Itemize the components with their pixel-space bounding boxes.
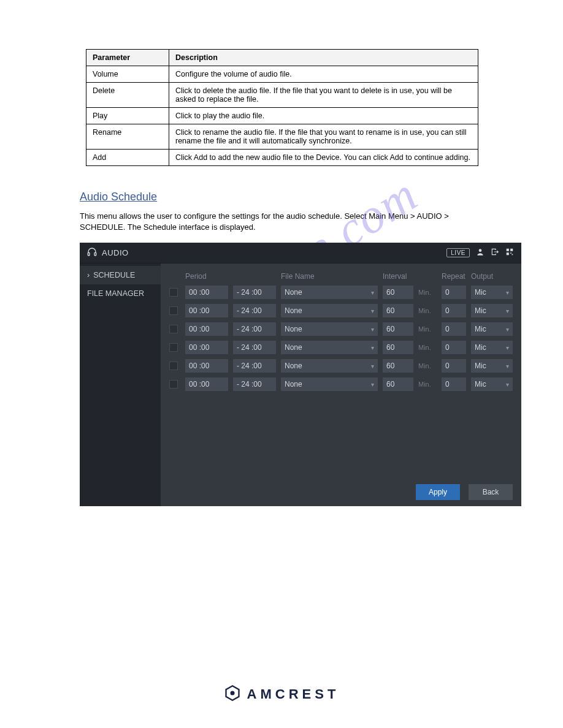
- repeat-input[interactable]: 0: [442, 359, 466, 373]
- svg-rect-3: [507, 249, 509, 251]
- svg-rect-5: [507, 253, 509, 256]
- output-select[interactable]: Mic: [471, 359, 513, 373]
- logout-icon[interactable]: [491, 248, 499, 258]
- period-end-input[interactable]: - 24 :00: [233, 304, 276, 317]
- main-panel: Period File Name Interval Repeat Output …: [161, 264, 521, 506]
- sidebar-item-schedule[interactable]: SCHEDULE: [80, 266, 161, 284]
- row-checkbox[interactable]: [169, 343, 178, 352]
- interval-input[interactable]: 60: [383, 322, 413, 336]
- audio-schedule-ui: AUDIO LIVE SCHEDULE: [80, 243, 521, 506]
- svg-rect-6: [510, 253, 511, 254]
- user-icon[interactable]: [476, 248, 484, 258]
- repeat-input[interactable]: 0: [442, 377, 466, 391]
- svg-rect-7: [512, 254, 513, 256]
- qr-icon[interactable]: [505, 248, 514, 258]
- period-start-input[interactable]: 00 :00: [185, 286, 228, 299]
- filename-select[interactable]: None: [281, 322, 378, 336]
- col-interval: Interval: [383, 272, 413, 281]
- min-label: Min.: [418, 344, 437, 351]
- interval-input[interactable]: 60: [383, 304, 413, 317]
- brand-name: AMCREST: [247, 686, 340, 702]
- interval-input[interactable]: 60: [383, 341, 413, 354]
- row-checkbox[interactable]: [169, 380, 178, 389]
- repeat-input[interactable]: 0: [442, 286, 466, 299]
- repeat-input[interactable]: 0: [442, 304, 466, 317]
- interval-input[interactable]: 60: [383, 359, 413, 373]
- interval-input[interactable]: 60: [383, 377, 413, 391]
- row-checkbox[interactable]: [169, 362, 178, 370]
- output-select[interactable]: Mic: [471, 322, 513, 336]
- filename-select[interactable]: None: [281, 359, 378, 373]
- col-file: File Name: [281, 272, 378, 281]
- output-select[interactable]: Mic: [471, 341, 513, 354]
- svg-rect-1: [94, 253, 96, 256]
- min-label: Min.: [418, 362, 437, 370]
- table-row: RenameClick to rename the audio file. If…: [86, 124, 478, 150]
- live-badge[interactable]: LIVE: [446, 248, 470, 257]
- svg-point-9: [231, 692, 234, 695]
- hexagon-icon: [224, 684, 241, 703]
- apply-button[interactable]: Apply: [416, 484, 460, 500]
- filename-select[interactable]: None: [281, 341, 378, 354]
- filename-select[interactable]: None: [281, 377, 378, 391]
- parameter-table: Parameter Description VolumeConfigure th…: [86, 49, 478, 166]
- min-label: Min.: [418, 381, 437, 388]
- table-row: VolumeConfigure the volume of audio file…: [86, 66, 478, 83]
- section-heading-audio-schedule: Audio Schedule: [80, 191, 526, 203]
- interval-input[interactable]: 60: [383, 286, 413, 299]
- period-start-input[interactable]: 00 :00: [185, 322, 228, 336]
- period-start-input[interactable]: 00 :00: [185, 341, 228, 354]
- period-end-input[interactable]: - 24 :00: [233, 377, 276, 391]
- min-label: Min.: [418, 325, 437, 333]
- period-start-input[interactable]: 00 :00: [185, 304, 228, 317]
- svg-rect-0: [88, 253, 90, 256]
- min-label: Min.: [418, 307, 437, 314]
- output-select[interactable]: Mic: [471, 286, 513, 299]
- page-title: AUDIO: [102, 248, 129, 257]
- sidebar-item-file-manager[interactable]: FILE MANAGER: [80, 284, 161, 303]
- table-row: DeleteClick to delete the audio file. If…: [86, 83, 478, 108]
- headphones-icon: [87, 247, 97, 259]
- col-period: Period: [185, 272, 276, 281]
- sidebar-item-label: FILE MANAGER: [87, 289, 144, 298]
- col-repeat: Repeat: [442, 272, 466, 281]
- period-start-input[interactable]: 00 :00: [185, 377, 228, 391]
- filename-select[interactable]: None: [281, 286, 378, 299]
- topbar: AUDIO LIVE: [80, 243, 521, 264]
- back-button[interactable]: Back: [469, 484, 513, 500]
- period-end-input[interactable]: - 24 :00: [233, 359, 276, 373]
- brand-footer: AMCREST: [0, 684, 563, 703]
- th-description: Description: [169, 50, 478, 66]
- filename-select[interactable]: None: [281, 304, 378, 317]
- table-row: PlayClick to play the audio file.: [86, 108, 478, 124]
- output-select[interactable]: Mic: [471, 304, 513, 317]
- th-parameter: Parameter: [86, 50, 169, 66]
- col-output: Output: [471, 272, 513, 281]
- period-end-input[interactable]: - 24 :00: [233, 322, 276, 336]
- table-row: AddClick Add to add the new audio file t…: [86, 150, 478, 166]
- min-label: Min.: [418, 289, 437, 296]
- row-checkbox[interactable]: [169, 288, 178, 297]
- row-checkbox[interactable]: [169, 306, 178, 315]
- period-end-input[interactable]: - 24 :00: [233, 341, 276, 354]
- repeat-input[interactable]: 0: [442, 341, 466, 354]
- period-end-input[interactable]: - 24 :00: [233, 286, 276, 299]
- row-checkbox[interactable]: [169, 325, 178, 333]
- sidebar-item-label: SCHEDULE: [93, 271, 135, 279]
- sidebar: SCHEDULE FILE MANAGER: [80, 264, 161, 506]
- svg-rect-4: [510, 249, 513, 251]
- section-body: This menu allows the user to configure t…: [80, 211, 484, 233]
- repeat-input[interactable]: 0: [442, 322, 466, 336]
- output-select[interactable]: Mic: [471, 377, 513, 391]
- svg-point-2: [479, 249, 482, 252]
- period-start-input[interactable]: 00 :00: [185, 359, 228, 373]
